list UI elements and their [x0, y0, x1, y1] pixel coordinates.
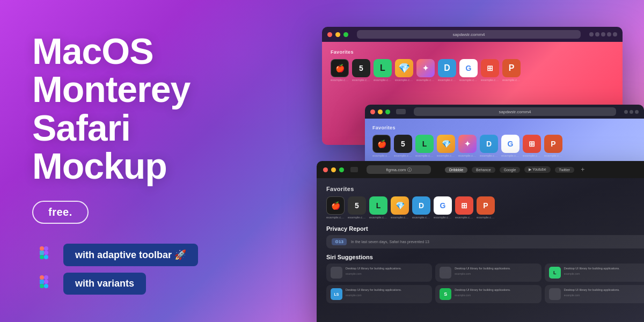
- tab-behance[interactable]: Behance: [472, 167, 495, 173]
- right-panel: sapdwstr.comm4 Favorites 🍎 example.com 5: [279, 16, 644, 322]
- app-icon-g-dark[interactable]: G: [434, 196, 452, 215]
- left-panel: MacOS Monterey Safari Mockup free. with …: [32, 32, 274, 296]
- tab-google[interactable]: Google: [500, 167, 521, 173]
- siri-grid: Desktop UI library for building applicat…: [326, 264, 644, 303]
- free-badge: free.: [32, 201, 89, 224]
- siri-card[interactable]: S Desktop UI library for building applic…: [435, 285, 541, 303]
- app-icon-apple[interactable]: 🍎: [331, 59, 349, 77]
- svg-point-13: [44, 280, 48, 284]
- siri-card-url: example.com: [564, 272, 644, 275]
- variants-feature-badge: with variants: [63, 273, 146, 295]
- siri-card-icon-4: S: [440, 288, 451, 300]
- siri-card-title: Desktop UI library for building applicat…: [455, 267, 537, 271]
- siri-card-icon-3: LS: [331, 288, 342, 300]
- siri-card-icon-0: [331, 267, 342, 279]
- app-icon-figma-mid[interactable]: ✦: [458, 135, 477, 153]
- app-icon-sketch[interactable]: 💎: [395, 59, 413, 77]
- favorites-section-dark: Favorites 🍎 example.com 5 example.com L …: [326, 186, 644, 219]
- siri-card-url: example.com: [564, 294, 644, 297]
- toolbar-icon-mid: [635, 110, 639, 114]
- app-icon-p-dark[interactable]: P: [477, 196, 495, 215]
- siri-section: Siri Suggestions Desktop UI library for …: [326, 254, 644, 303]
- app-icon-apple-mid[interactable]: 🍎: [372, 135, 391, 153]
- siri-card-icon-5: [549, 288, 561, 300]
- app-icon-d-mid[interactable]: D: [480, 135, 498, 153]
- siri-card-url: example.com: [346, 294, 428, 297]
- figma-icon-2: [32, 272, 56, 296]
- toolbar-icon: [613, 32, 617, 36]
- toolbar-icon-mid: [624, 110, 628, 114]
- app-icon-figma[interactable]: ✦: [416, 59, 435, 77]
- app-icon-g[interactable]: G: [459, 59, 478, 77]
- siri-card-title: Desktop UI library for building applicat…: [346, 267, 428, 271]
- tab-icon: [396, 109, 406, 114]
- app-icon-l[interactable]: L: [374, 59, 392, 77]
- traffic-light-green[interactable]: [343, 32, 348, 37]
- traffic-light-green-mid[interactable]: [385, 109, 390, 114]
- tab-youtube[interactable]: ▶ Youtube: [524, 166, 550, 173]
- siri-section-title: Siri Suggestions: [326, 254, 644, 260]
- free-label: free.: [48, 206, 72, 218]
- app-icon-d[interactable]: D: [438, 59, 456, 77]
- browser-dark-content: Favorites 🍎 example.com 5 example.com L …: [317, 178, 644, 322]
- url-bar-dark[interactable]: figma.com ⓘ: [367, 165, 431, 174]
- app-icon-l-dark[interactable]: L: [369, 196, 387, 215]
- toolbar-icon: [601, 32, 605, 36]
- app-icon-grid-mid[interactable]: ⊞: [523, 135, 541, 153]
- tab-twitter[interactable]: Twitter: [555, 167, 575, 173]
- app-icon-l-mid[interactable]: L: [415, 135, 434, 153]
- siri-card-url: example.com: [455, 294, 537, 297]
- traffic-light-yellow-dark[interactable]: [331, 167, 336, 172]
- traffic-light-green-dark[interactable]: [339, 167, 344, 172]
- feature-row-toolbar: with adaptive toolbar 🚀: [32, 243, 274, 267]
- privacy-text: In the last seven days, Safari has preve…: [351, 240, 429, 244]
- svg-point-7: [44, 255, 48, 259]
- app-icons-mid: 🍎 example.com 5 example.com L example.co…: [372, 135, 636, 157]
- favorites-label-mid: Favorites: [372, 125, 636, 130]
- app-icon-grid-dark[interactable]: ⊞: [455, 196, 473, 215]
- app-icon-grid[interactable]: ⊞: [481, 59, 499, 77]
- siri-card[interactable]: Desktop UI library for building applicat…: [326, 264, 432, 282]
- siri-card[interactable]: Desktop UI library for building applicat…: [545, 285, 644, 303]
- icon-col: 💎 example.com: [395, 59, 413, 82]
- app-icon-5-mid[interactable]: 5: [394, 135, 412, 153]
- icon-col: ✦ example.com: [416, 59, 435, 82]
- siri-card[interactable]: L Desktop UI library for building applic…: [545, 264, 644, 282]
- privacy-count: ⊙13: [332, 238, 347, 245]
- siri-card-icon-1: [440, 267, 451, 279]
- app-icon-p-mid[interactable]: P: [544, 135, 562, 153]
- traffic-light-red-dark[interactable]: [323, 167, 328, 172]
- icon-col: 5 example.com: [352, 59, 370, 82]
- icon-col: G example.com: [459, 59, 478, 82]
- url-bar-top[interactable]: sapdwstr.comm4: [357, 30, 581, 39]
- new-tab-button[interactable]: +: [581, 166, 584, 173]
- siri-card[interactable]: Desktop UI library for building applicat…: [435, 264, 541, 282]
- siri-card-title: Desktop UI library for building applicat…: [346, 288, 428, 292]
- traffic-light-red[interactable]: [327, 32, 332, 37]
- toolbar-feature-badge: with adaptive toolbar 🚀: [63, 244, 198, 266]
- siri-card-url: example.com: [455, 272, 537, 275]
- siri-card-title: Desktop UI library for building applicat…: [564, 267, 644, 271]
- tab-dribbble[interactable]: Dribbble: [445, 167, 467, 173]
- figma-icon: [32, 243, 56, 267]
- svg-rect-12: [40, 284, 44, 288]
- icon-col: 🍎 example.com: [331, 59, 349, 82]
- app-icon-p[interactable]: P: [502, 59, 521, 77]
- siri-card-title: Desktop UI library for building applicat…: [564, 288, 644, 292]
- traffic-light-yellow-mid[interactable]: [378, 109, 383, 114]
- app-icon-apple-dark[interactable]: 🍎: [326, 196, 345, 215]
- app-icon-5-dark[interactable]: 5: [348, 196, 366, 215]
- app-icon-sketch-dark[interactable]: 💎: [391, 196, 409, 215]
- app-icon-g-mid[interactable]: G: [501, 135, 519, 153]
- url-bar-mid[interactable]: sapdwstr.comm4: [414, 107, 616, 116]
- app-icon-d-dark[interactable]: D: [412, 196, 430, 215]
- traffic-light-yellow[interactable]: [335, 32, 340, 37]
- tab-overview-icon[interactable]: [350, 167, 358, 172]
- app-icon-sketch-mid[interactable]: 💎: [437, 135, 455, 153]
- svg-rect-11: [40, 280, 44, 284]
- svg-point-6: [44, 251, 48, 255]
- icon-col: L example.com: [374, 59, 392, 82]
- siri-card[interactable]: LS Desktop UI library for building appli…: [326, 285, 432, 303]
- traffic-light-red-mid[interactable]: [370, 109, 375, 114]
- app-icon-5[interactable]: 5: [352, 59, 370, 77]
